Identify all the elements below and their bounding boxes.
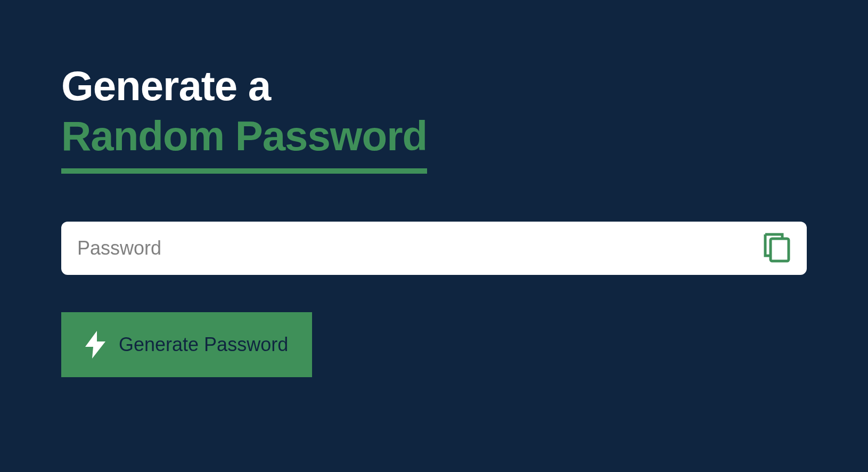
- generate-button-label: Generate Password: [119, 333, 288, 356]
- page-title: Generate a Random Password: [61, 61, 807, 174]
- main-container: Generate a Random Password Generate Pass…: [61, 61, 807, 377]
- copy-icon: [763, 232, 791, 265]
- password-input-row: [61, 222, 807, 275]
- svg-rect-0: [771, 239, 789, 261]
- copy-button[interactable]: [763, 232, 791, 265]
- heading-line2: Random Password: [61, 111, 427, 174]
- heading-line1: Generate a: [61, 61, 807, 111]
- password-input[interactable]: [77, 237, 752, 259]
- bolt-icon: [85, 331, 105, 359]
- generate-password-button[interactable]: Generate Password: [61, 312, 312, 377]
